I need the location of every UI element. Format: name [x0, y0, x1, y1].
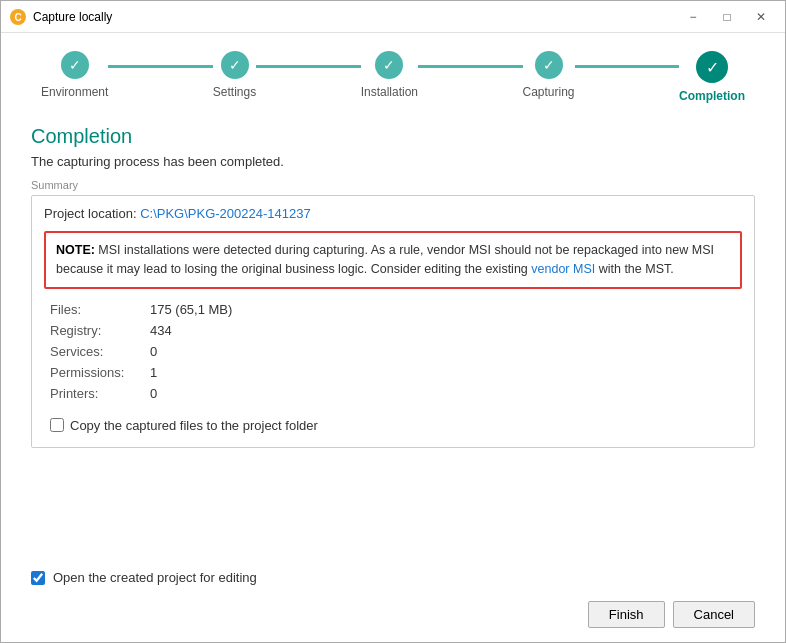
note-box: NOTE: MSI installations were detected du… — [44, 231, 742, 289]
app-icon: C — [9, 8, 27, 26]
stat-label-2: Services: — [44, 341, 144, 362]
stat-value-0: 175 (65,1 MB) — [144, 299, 742, 320]
copy-files-label: Copy the captured files to the project f… — [70, 418, 318, 433]
stat-value-2: 0 — [144, 341, 742, 362]
stat-value-3: 1 — [144, 362, 742, 383]
stats-table: Files:175 (65,1 MB)Registry:434Services:… — [44, 299, 742, 404]
step-circle-completion: ✓ — [696, 51, 728, 83]
vendor-msi-link[interactable]: vendor MSI — [531, 262, 595, 276]
step-label-environment: Environment — [41, 85, 108, 99]
step-check-capturing: ✓ — [543, 57, 555, 73]
step-capturing: ✓ Capturing — [523, 51, 575, 99]
summary-box: Project location: C:\PKG\PKG-200224-1412… — [31, 195, 755, 448]
step-circle-capturing: ✓ — [535, 51, 563, 79]
step-circle-environment: ✓ — [61, 51, 89, 79]
maximize-button[interactable]: □ — [711, 5, 743, 29]
stats-row: Services:0 — [44, 341, 742, 362]
step-label-capturing: Capturing — [523, 85, 575, 99]
step-label-installation: Installation — [361, 85, 418, 99]
cancel-button[interactable]: Cancel — [673, 601, 755, 628]
open-project-checkbox[interactable] — [31, 571, 45, 585]
stats-row: Printers:0 — [44, 383, 742, 404]
project-location-label: Project location: — [44, 206, 137, 221]
main-window: C Capture locally − □ ✕ ✓ Environment ✓ … — [0, 0, 786, 643]
stat-label-4: Printers: — [44, 383, 144, 404]
project-location: Project location: C:\PKG\PKG-200224-1412… — [44, 206, 742, 221]
step-check-settings: ✓ — [229, 57, 241, 73]
stats-row: Files:175 (65,1 MB) — [44, 299, 742, 320]
page-subtitle: The capturing process has been completed… — [31, 154, 755, 169]
step-environment: ✓ Environment — [41, 51, 108, 99]
main-content: Completion The capturing process has bee… — [1, 115, 785, 560]
stat-value-4: 0 — [144, 383, 742, 404]
close-button[interactable]: ✕ — [745, 5, 777, 29]
step-check-installation: ✓ — [383, 57, 395, 73]
wizard-stepper: ✓ Environment ✓ Settings ✓ Installation … — [1, 33, 785, 115]
connector-2 — [256, 65, 360, 68]
open-project-row: Open the created project for editing — [31, 570, 755, 585]
step-check-environment: ✓ — [69, 57, 81, 73]
step-circle-settings: ✓ — [221, 51, 249, 79]
note-text-end: with the MST. — [595, 262, 674, 276]
step-completion: ✓ Completion — [679, 51, 745, 103]
title-bar: C Capture locally − □ ✕ — [1, 1, 785, 33]
step-check-completion: ✓ — [706, 58, 719, 77]
stats-row: Permissions:1 — [44, 362, 742, 383]
open-project-label: Open the created project for editing — [53, 570, 257, 585]
note-bold: NOTE: — [56, 243, 95, 257]
step-circle-installation: ✓ — [375, 51, 403, 79]
stat-label-3: Permissions: — [44, 362, 144, 383]
step-settings: ✓ Settings — [213, 51, 256, 99]
connector-1 — [108, 65, 212, 68]
project-location-path[interactable]: C:\PKG\PKG-200224-141237 — [140, 206, 311, 221]
minimize-button[interactable]: − — [677, 5, 709, 29]
copy-files-checkbox[interactable] — [50, 418, 64, 432]
step-installation: ✓ Installation — [361, 51, 418, 99]
connector-3 — [418, 65, 522, 68]
svg-text:C: C — [14, 12, 21, 23]
footer: Open the created project for editing Fin… — [1, 560, 785, 642]
copy-files-row: Copy the captured files to the project f… — [44, 414, 742, 437]
window-title: Capture locally — [33, 10, 677, 24]
window-controls: − □ ✕ — [677, 5, 777, 29]
stat-label-0: Files: — [44, 299, 144, 320]
finish-button[interactable]: Finish — [588, 601, 665, 628]
connector-4 — [575, 65, 679, 68]
step-label-settings: Settings — [213, 85, 256, 99]
stat-value-1: 434 — [144, 320, 742, 341]
summary-label: Summary — [31, 179, 755, 191]
footer-buttons: Finish Cancel — [31, 601, 755, 628]
page-title: Completion — [31, 125, 755, 148]
stat-label-1: Registry: — [44, 320, 144, 341]
stats-row: Registry:434 — [44, 320, 742, 341]
step-label-completion: Completion — [679, 89, 745, 103]
